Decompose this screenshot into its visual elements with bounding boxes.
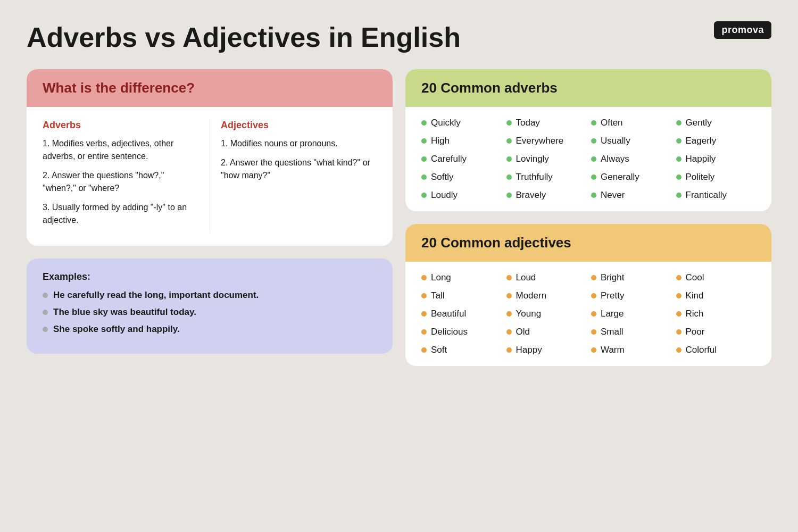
adverb-item: Lovingly — [506, 154, 586, 164]
adverb-item: Gently — [676, 118, 756, 128]
adjective-word: Rich — [686, 309, 704, 319]
adverb-word: Truthfully — [516, 172, 553, 182]
page-title: Adverbs vs Adjectives in English — [27, 21, 461, 53]
adjective-item: Cool — [676, 272, 756, 283]
adverb-dot — [421, 120, 427, 126]
difference-header-title: What is the difference? — [43, 80, 195, 96]
adjectives-card-title: 20 Common adjectives — [421, 235, 571, 251]
adjective-item: Long — [421, 272, 501, 283]
left-column: What is the difference? Adverbs 1. Modif… — [27, 69, 393, 366]
adjective-word: Old — [516, 327, 530, 337]
adverb-dot — [506, 156, 512, 162]
adverbs-card-title: 20 Common adverbs — [421, 80, 558, 96]
examples-title: Examples: — [43, 271, 377, 282]
adverb-dot — [591, 193, 596, 198]
adverb-word: Loudly — [431, 190, 458, 201]
adverb-word: Happily — [686, 154, 716, 164]
adjective-item: Beautiful — [421, 309, 501, 319]
adjective-item: Poor — [676, 327, 756, 337]
adverb-dot — [591, 174, 596, 180]
adjective-word: Small — [601, 327, 624, 337]
adverb-word: Everywhere — [516, 136, 564, 146]
adverbs-section: Adverbs 1. Modifies verbs, adjectives, o… — [43, 120, 210, 233]
example-dot-3 — [43, 327, 48, 332]
adjective-dot — [506, 275, 512, 280]
adverb-dot — [421, 138, 427, 144]
adverbs-point-2: 2. Answer the questions "how?," "when?,"… — [43, 169, 199, 195]
adverb-dot — [676, 193, 681, 198]
adverb-item: Politely — [676, 172, 756, 182]
adjectives-card-header: 20 Common adjectives — [405, 224, 771, 262]
adjective-word: Tall — [431, 290, 445, 301]
example-text-1: He carefully read the long, important do… — [53, 290, 259, 301]
adverb-dot — [506, 174, 512, 180]
adjectives-card: 20 Common adjectives LongLoudBrightCoolT… — [405, 224, 771, 366]
adverb-word: Generally — [601, 172, 639, 182]
adjective-dot — [676, 329, 681, 335]
adverbs-section-title: Adverbs — [43, 120, 199, 131]
adverb-item: Often — [591, 118, 671, 128]
adjective-item: Modern — [506, 290, 586, 301]
adverb-dot — [506, 138, 512, 144]
difference-card: What is the difference? Adverbs 1. Modif… — [27, 69, 393, 246]
adjective-item: Tall — [421, 290, 501, 301]
adjective-dot — [421, 311, 427, 317]
adjective-word: Long — [431, 272, 451, 283]
adverb-word: Usually — [601, 136, 630, 146]
adjectives-card-body: LongLoudBrightCoolTallModernPrettyKindBe… — [405, 262, 771, 366]
adverb-dot — [676, 174, 681, 180]
adjective-dot — [421, 275, 427, 280]
difference-card-body: Adverbs 1. Modifies verbs, adjectives, o… — [27, 107, 393, 246]
example-item-1: He carefully read the long, important do… — [43, 290, 377, 301]
adjective-item: Pretty — [591, 290, 671, 301]
adverb-word: Always — [601, 154, 629, 164]
adverb-item: Truthfully — [506, 172, 586, 182]
adverbs-point-1: 1. Modifies verbs, adjectives, other adv… — [43, 137, 199, 163]
example-text-2: The blue sky was beautiful today. — [53, 307, 196, 318]
adjective-dot — [506, 347, 512, 353]
adverb-word: Often — [601, 118, 623, 128]
adjective-item: Large — [591, 309, 671, 319]
adverb-dot — [591, 120, 596, 126]
adjective-word: Kind — [686, 290, 704, 301]
adverb-item: Carefully — [421, 154, 501, 164]
adjective-item: Soft — [421, 345, 501, 355]
adverb-item: Loudly — [421, 190, 501, 201]
difference-card-header: What is the difference? — [27, 69, 393, 107]
adverb-dot — [676, 138, 681, 144]
adjective-item: Warm — [591, 345, 671, 355]
adjectives-point-1: 1. Modifies nouns or pronouns. — [221, 137, 377, 150]
example-dot-1 — [43, 293, 48, 298]
adverb-dot — [676, 120, 681, 126]
adverb-word: Eagerly — [686, 136, 717, 146]
adverb-item: Everywhere — [506, 136, 586, 146]
adjective-dot — [506, 293, 512, 298]
adverb-item: Always — [591, 154, 671, 164]
adjective-item: Young — [506, 309, 586, 319]
adjective-word: Pretty — [601, 290, 624, 301]
adverb-dot — [591, 156, 596, 162]
adverb-dot — [676, 156, 681, 162]
adjective-dot — [676, 311, 681, 317]
adverb-word: High — [431, 136, 450, 146]
adjective-word: Warm — [601, 345, 625, 355]
adverb-item: Today — [506, 118, 586, 128]
adjective-item: Old — [506, 327, 586, 337]
adjective-word: Loud — [516, 272, 536, 283]
adjective-word: Delicious — [431, 327, 468, 337]
adjective-word: Bright — [601, 272, 624, 283]
adjective-dot — [421, 347, 427, 353]
adverb-dot — [506, 120, 512, 126]
adverb-item: Softly — [421, 172, 501, 182]
example-dot-2 — [43, 310, 48, 315]
adverb-word: Lovingly — [516, 154, 549, 164]
adjective-word: Beautiful — [431, 309, 466, 319]
adverbs-card: 20 Common adverbs QuicklyTodayOftenGentl… — [405, 69, 771, 211]
adjective-item: Kind — [676, 290, 756, 301]
adjectives-section-title: Adjectives — [221, 120, 377, 131]
adjectives-point-2: 2. Answer the questions "what kind?" or … — [221, 156, 377, 182]
adverb-item: Frantically — [676, 190, 756, 201]
adjective-word: Cool — [686, 272, 704, 283]
adverb-word: Bravely — [516, 190, 546, 201]
adverb-word: Today — [516, 118, 540, 128]
